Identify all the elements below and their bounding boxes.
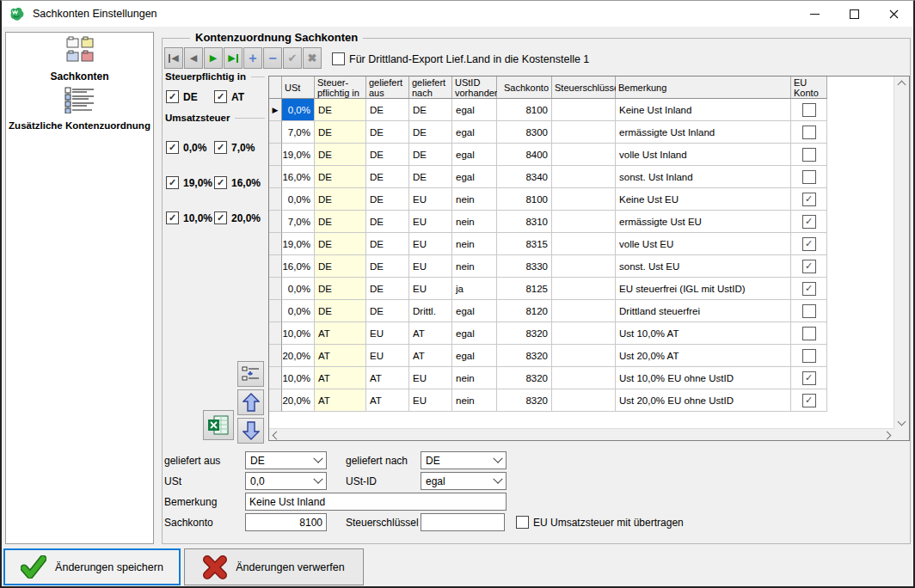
cell-steuerpflichtig[interactable]: DE [315,278,366,300]
cell-sachkonto[interactable]: 8320 [497,389,552,412]
scroll-right-icon[interactable] [883,432,892,440]
table-row[interactable]: 20,0%ATATEUnein8320Ust 20,0% EU ohne Ust… [269,389,827,412]
table-header-sachkonto[interactable]: Sachkonto [497,77,552,99]
cell-ustid[interactable]: nein [452,211,497,233]
cell-ust[interactable]: 20,0% [282,345,315,367]
cell-ustid[interactable]: egal [452,345,497,367]
ust-select[interactable]: 0,0 [245,472,327,490]
umsatzsteuer-checkbox-16,0%[interactable]: ✓16,0% [214,176,262,189]
cell-geliefert_aus[interactable]: AT [366,389,409,412]
cell-geliefert_nach[interactable]: EU [409,367,452,389]
eu-konto-checkbox[interactable]: ✓ [802,260,816,273]
cell-ust[interactable]: 16,0% [282,166,315,188]
cell-sachkonto[interactable]: 8400 [497,144,552,166]
table-row[interactable]: 0,0%DEDEEUja8125EU steuerfrei (IGL mit U… [269,278,827,300]
row-selector[interactable] [269,367,282,389]
minimize-button[interactable] [795,1,834,27]
eu-konto-checkbox[interactable] [802,349,816,363]
table-header-steuerpflichtig[interactable]: Steuer- pflichtig in [315,77,366,99]
cell-geliefert_aus[interactable]: DE [366,144,409,166]
cell-steuerschluessel[interactable] [552,389,616,412]
row-selector[interactable] [269,211,282,233]
umsatzsteuer-checkbox-0,0%[interactable]: ✓0,0% [166,141,214,154]
table-row[interactable]: 10,0%ATATEUnein8320Ust 10,0% EU ohne Ust… [269,367,827,389]
cell-sachkonto[interactable]: 8320 [497,367,552,389]
close-button[interactable] [874,1,913,27]
cell-geliefert_aus[interactable]: DE [366,211,409,233]
row-selector[interactable] [269,255,282,278]
cell-steuerpflichtig[interactable]: DE [315,121,366,144]
cell-geliefert_nach[interactable]: DE [409,144,452,166]
table-header-ustid[interactable]: UStID vorhanden [452,77,497,99]
cell-bemerkung[interactable]: Keine Ust Inland [616,99,791,121]
table-row[interactable]: 16,0%DEDEDEegal8340sonst. Ust Inland [269,166,827,188]
cell-ustid[interactable]: egal [452,99,497,121]
cell-ustid[interactable]: nein [452,367,497,389]
cell-steuerschluessel[interactable] [552,144,616,166]
cell-bemerkung[interactable]: Ust 20,0% EU ohne UstID [616,389,791,412]
cell-steuerpflichtig[interactable]: AT [315,345,366,367]
cell-geliefert_aus[interactable]: DE [366,188,409,211]
cell-ust[interactable]: 16,0% [282,255,315,278]
sachkonto-input[interactable] [245,513,327,531]
cell-ustid[interactable]: egal [452,300,497,322]
vertical-scrollbar[interactable] [894,77,909,430]
eu-konto-checkbox[interactable] [802,304,816,318]
insert-row-button[interactable] [237,361,264,387]
cell-geliefert_nach[interactable]: DE [409,121,452,144]
row-selector[interactable] [269,144,282,166]
cell-steuerschluessel[interactable] [552,99,616,121]
row-selector[interactable] [269,389,282,412]
eu-konto-checkbox[interactable] [802,327,816,340]
cell-ust[interactable]: 0,0% [282,99,315,121]
table-header-bemerkung[interactable]: Bemerkung [616,77,791,99]
cell-ust[interactable]: 19,0% [282,144,315,166]
umsatzsteuer-checkbox-7,0%[interactable]: ✓7,0% [214,141,262,154]
cell-steuerpflichtig[interactable]: AT [315,389,366,412]
cell-ustid[interactable]: egal [452,144,497,166]
discard-changes-button[interactable]: Änderungen verwerfen [184,548,364,585]
cell-bemerkung[interactable]: volle Ust Inland [616,144,791,166]
cell-steuerschluessel[interactable] [552,166,616,188]
cell-geliefert_nach[interactable]: Drittl. [409,300,452,322]
cell-steuerpflichtig[interactable]: DE [315,233,366,255]
cell-eu_konto[interactable]: ✓ [791,233,827,255]
table-header-geliefert_nach[interactable]: geliefert nach [409,77,452,99]
cell-steuerpflichtig[interactable]: DE [315,211,366,233]
cell-geliefert_aus[interactable]: DE [366,166,409,188]
cell-sachkonto[interactable]: 8100 [497,99,552,121]
toolbar-delete-button[interactable]: − [263,47,282,69]
cell-geliefert_nach[interactable]: AT [409,345,452,367]
cell-steuerschluessel[interactable] [552,233,616,255]
cell-steuerschluessel[interactable] [552,188,616,211]
cell-bemerkung[interactable]: Ust 10,0% EU ohne UstID [616,367,791,389]
table-header-ust[interactable]: USt [282,77,315,99]
cell-steuerschluessel[interactable] [552,367,616,389]
cell-steuerschluessel[interactable] [552,345,616,367]
geliefert-aus-select[interactable]: DE [245,451,327,469]
cell-eu_konto[interactable]: ✓ [791,389,827,412]
excel-export-button[interactable] [203,410,234,440]
cell-sachkonto[interactable]: 8320 [497,322,552,345]
cell-geliefert_aus[interactable]: EU [366,345,409,367]
cell-eu_konto[interactable] [791,121,827,144]
cell-eu_konto[interactable] [791,166,827,188]
row-selector[interactable] [269,278,282,300]
cell-ust[interactable]: 0,0% [282,278,315,300]
cell-bemerkung[interactable]: Keine Ust EU [616,188,791,211]
steuerpflichtig-checkbox-DE[interactable]: ✓DE [166,90,214,103]
eu-konto-checkbox[interactable] [802,103,816,117]
row-selector[interactable] [269,322,282,345]
sidebar-item-sachkonten[interactable]: Sachkonten [6,36,153,83]
toolbar-post-button[interactable]: ✔ [283,47,302,69]
toolbar-add-button[interactable]: + [243,47,262,69]
cell-ustid[interactable]: nein [452,233,497,255]
cell-geliefert_aus[interactable]: DE [366,99,409,121]
cell-geliefert_aus[interactable]: EU [366,322,409,345]
eu-konto-checkbox[interactable] [802,126,816,139]
steuerpflichtig-checkbox-AT[interactable]: ✓AT [214,90,262,103]
table-row[interactable]: 10,0%ATEUATegal8320Ust 10,0% AT [269,322,827,345]
cell-bemerkung[interactable]: sonst. Ust Inland [616,166,791,188]
table-row[interactable]: 20,0%ATEUATegal8320Ust 20,0% AT [269,345,827,367]
cell-bemerkung[interactable]: EU steuerfrei (IGL mit UstID) [616,278,791,300]
